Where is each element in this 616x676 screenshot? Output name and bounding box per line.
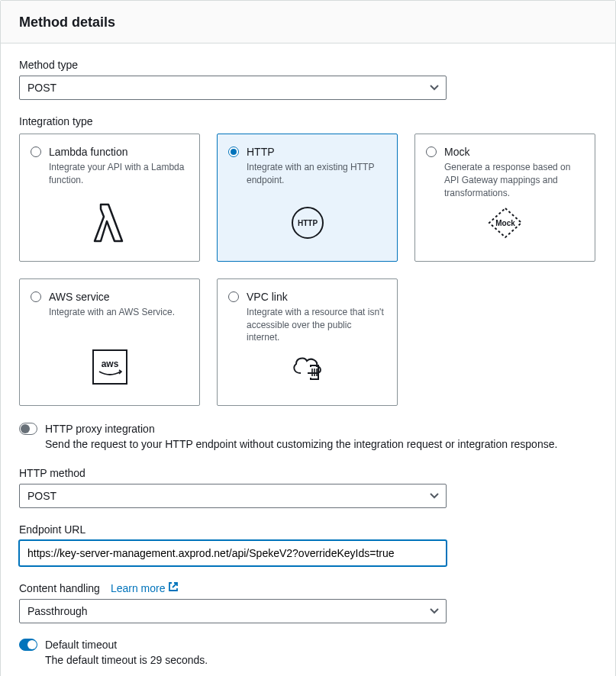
content-handling-label: Content handling <box>19 582 100 594</box>
svg-text:Mock: Mock <box>495 219 515 227</box>
integration-type-field: Integration type Lambda function Integra… <box>19 115 597 406</box>
method-type-select[interactable]: POST <box>19 76 447 100</box>
card-lambda-desc: Integrate your API with a Lambda functio… <box>49 161 189 187</box>
lambda-icon <box>31 200 189 246</box>
proxy-toggle[interactable] <box>19 423 37 435</box>
method-type-field: Method type POST <box>19 59 597 100</box>
card-lambda-title: Lambda function <box>49 145 128 159</box>
endpoint-url-input[interactable] <box>19 540 447 566</box>
method-details-panel: Method details Method type POST Integrat… <box>0 0 616 676</box>
timeout-label: Default timeout <box>45 639 117 651</box>
vpc-icon <box>228 344 386 390</box>
card-aws-service-desc: Integrate with an AWS Service. <box>49 306 189 319</box>
http-method-label: HTTP method <box>19 467 597 479</box>
card-vpc-link-title: VPC link <box>247 290 288 304</box>
radio-aws-service[interactable] <box>31 291 41 302</box>
panel-body: Method type POST Integration type Lambda… <box>1 43 615 676</box>
http-method-value: POST <box>19 484 447 508</box>
panel-title: Method details <box>19 14 597 31</box>
integration-type-label: Integration type <box>19 115 597 127</box>
content-handling-value: Passthrough <box>19 599 447 623</box>
integration-type-grid: Lambda function Integrate your API with … <box>19 134 597 406</box>
radio-http[interactable] <box>228 146 239 157</box>
method-type-value: POST <box>19 76 447 100</box>
card-mock-desc: Generate a response based on API Gateway… <box>444 161 584 199</box>
card-aws-service-title: AWS service <box>49 290 110 304</box>
method-type-label: Method type <box>19 59 597 71</box>
proxy-label: HTTP proxy integration <box>45 423 155 435</box>
card-mock[interactable]: Mock Generate a response based on API Ga… <box>414 134 595 262</box>
radio-vpc-link[interactable] <box>228 291 239 302</box>
svg-text:HTTP: HTTP <box>297 219 317 227</box>
card-http-title: HTTP <box>247 145 275 159</box>
timeout-section: Default timeout The default timeout is 2… <box>19 639 597 666</box>
proxy-section: HTTP proxy integration Send the request … <box>19 423 597 450</box>
proxy-helper: Send the request to your HTTP endpoint w… <box>45 438 597 450</box>
card-mock-title: Mock <box>444 145 469 159</box>
mock-icon: Mock <box>426 200 584 246</box>
content-handling-field: Content handling Learn more Passthrough <box>19 581 597 623</box>
svg-text:aws: aws <box>101 359 118 369</box>
learn-more-text: Learn more <box>111 582 166 594</box>
timeout-toggle[interactable] <box>19 639 37 651</box>
content-handling-select[interactable]: Passthrough <box>19 599 447 623</box>
card-aws-service[interactable]: AWS service Integrate with an AWS Servic… <box>19 278 200 407</box>
card-vpc-link-desc: Integrate with a resource that isn't acc… <box>247 306 386 344</box>
radio-lambda[interactable] <box>31 146 41 157</box>
card-http-desc: Integrate with an existing HTTP endpoint… <box>247 161 386 187</box>
endpoint-url-label: Endpoint URL <box>19 523 597 536</box>
learn-more-link[interactable]: Learn more <box>111 581 179 594</box>
aws-icon: aws <box>31 344 189 390</box>
endpoint-url-field: Endpoint URL <box>19 523 597 566</box>
http-method-field: HTTP method POST <box>19 467 597 508</box>
card-lambda[interactable]: Lambda function Integrate your API with … <box>19 134 200 262</box>
external-link-icon <box>168 581 179 594</box>
radio-mock[interactable] <box>426 146 437 157</box>
card-vpc-link[interactable]: VPC link Integrate with a resource that … <box>217 278 398 407</box>
panel-header: Method details <box>1 1 615 43</box>
http-icon: HTTP <box>228 200 386 246</box>
http-method-select[interactable]: POST <box>19 484 447 508</box>
timeout-helper: The default timeout is 29 seconds. <box>45 654 597 666</box>
card-http[interactable]: HTTP Integrate with an existing HTTP end… <box>217 134 398 262</box>
